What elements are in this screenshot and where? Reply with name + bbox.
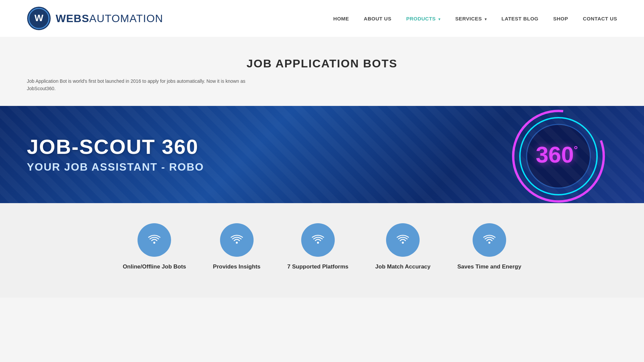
nav-shop[interactable]: SHOP — [553, 16, 568, 21]
feature-icon-circle — [220, 223, 254, 257]
feature-label: Saves Time and Energy — [458, 263, 522, 271]
logo[interactable]: W WEBS AUTOMATION — [27, 6, 163, 31]
svg-point-10 — [488, 242, 490, 244]
services-chevron-icon: ▾ — [485, 17, 487, 21]
wifi-icon — [230, 233, 244, 247]
wifi-icon — [148, 233, 161, 247]
features-section: Online/Offline Job Bots Provides Insight… — [0, 203, 644, 298]
svg-point-6 — [153, 242, 155, 244]
main-nav: HOME ABOUT US PRODUCTS ▾ SERVICES ▾ LATE… — [333, 16, 617, 21]
logo-webs: WEBS — [56, 12, 89, 25]
outer-cyan-circle — [510, 108, 607, 203]
circle-360-number: 360 — [536, 141, 574, 168]
feature-icon-circle — [473, 223, 506, 257]
site-header: W WEBS AUTOMATION HOME ABOUT US PRODUCTS… — [0, 0, 644, 37]
circle-number-display: 360 ° — [536, 141, 578, 168]
feature-icon-circle — [386, 223, 420, 257]
wifi-icon — [396, 233, 410, 247]
logo-automation: AUTOMATION — [89, 12, 163, 25]
feature-item: Saves Time and Energy — [458, 223, 522, 271]
feature-item: 7 Supported Platforms — [287, 223, 348, 271]
circle-360-graphic: 360 ° — [510, 108, 604, 201]
nav-services[interactable]: SERVICES ▾ — [455, 16, 487, 21]
nav-contact[interactable]: CONTACT US — [583, 16, 617, 21]
page-description: Job Application Bot is world's first bot… — [27, 77, 262, 93]
feature-item: Job Match Accuracy — [375, 223, 431, 271]
banner-subtitle: YOUR JOB ASSISTANT - ROBO — [27, 161, 470, 173]
wifi-icon — [483, 233, 496, 247]
svg-point-8 — [317, 242, 319, 244]
feature-label: Provides Insights — [213, 263, 261, 271]
wifi-icon — [311, 233, 325, 247]
circle-degree-symbol: ° — [574, 144, 578, 156]
product-banner: JOB-SCOUT 360 YOUR JOB ASSISTANT - ROBO … — [0, 106, 644, 203]
svg-point-4 — [520, 118, 597, 195]
svg-point-9 — [402, 242, 404, 244]
feature-icon-circle — [138, 223, 171, 257]
nav-latest-blog[interactable]: LATEST BLOG — [501, 16, 538, 21]
feature-icon-circle — [301, 223, 335, 257]
logo-text: WEBS AUTOMATION — [56, 12, 163, 25]
nav-products[interactable]: PRODUCTS ▾ — [406, 16, 440, 21]
svg-point-7 — [236, 242, 238, 244]
nav-home[interactable]: HOME — [333, 16, 349, 21]
nav-about[interactable]: ABOUT US — [364, 16, 391, 21]
page-content-area: JOB APPLICATION BOTS Job Application Bot… — [0, 37, 644, 106]
banner-left: JOB-SCOUT 360 YOUR JOB ASSISTANT - ROBO — [0, 135, 470, 173]
feature-label: 7 Supported Platforms — [287, 263, 348, 271]
page-title: JOB APPLICATION BOTS — [27, 57, 617, 70]
features-grid: Online/Offline Job Bots Provides Insight… — [27, 223, 617, 271]
svg-text:W: W — [35, 13, 44, 23]
inner-circle — [510, 108, 607, 203]
feature-item: Provides Insights — [213, 223, 261, 271]
products-chevron-icon: ▾ — [438, 17, 441, 21]
feature-label: Job Match Accuracy — [375, 263, 431, 271]
banner-right: 360 ° — [470, 106, 644, 203]
logo-icon: W — [27, 6, 51, 31]
outer-pink-arc — [510, 108, 607, 203]
banner-title: JOB-SCOUT 360 — [27, 135, 470, 158]
feature-label: Online/Offline Job Bots — [123, 263, 186, 271]
feature-item: Online/Offline Job Bots — [123, 223, 186, 271]
svg-point-5 — [527, 124, 590, 188]
svg-point-3 — [513, 111, 604, 201]
